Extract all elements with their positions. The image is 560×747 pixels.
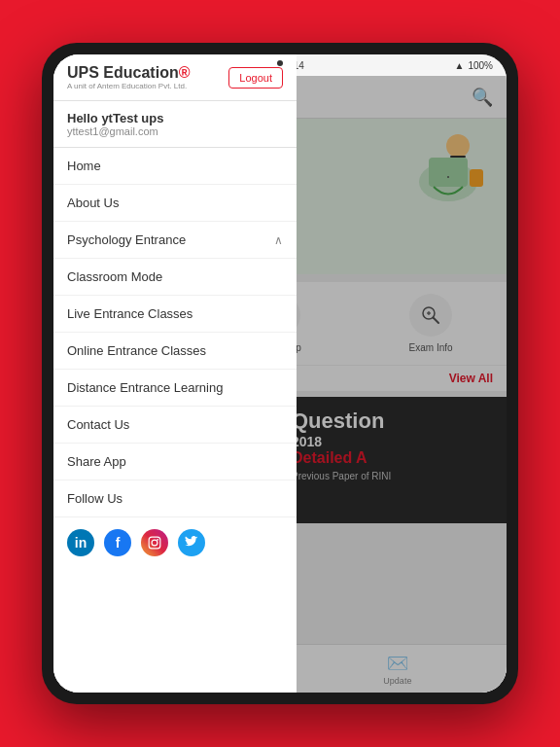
linkedin-button[interactable]: in [67, 529, 94, 556]
menu-home-label: Home [67, 159, 101, 173]
menu-distance-entrance[interactable]: Distance Entrance Learning [53, 370, 297, 407]
menu-online-entrance[interactable]: Online Entrance Classes [53, 333, 297, 370]
brand-block: UPS Education® A unit of Antem Education… [67, 64, 190, 90]
menu-home[interactable]: Home [53, 148, 297, 185]
menu-classroom-label: Classroom Mode [67, 269, 162, 284]
logout-button[interactable]: Logout [228, 67, 283, 89]
menu-psychology-entrance[interactable]: Psychology Entrance ∧ [53, 222, 297, 259]
wifi-icon: ▲ [455, 60, 465, 71]
menu-distance-label: Distance Entrance Learning [67, 380, 223, 395]
menu-contact[interactable]: Contact Us [53, 407, 297, 444]
tablet-frame: 4:44 AM Tue Sep 14 ▲ 100% 🔍 Psychology y… [42, 43, 518, 704]
svg-point-17 [157, 539, 158, 541]
twitter-button[interactable] [178, 529, 205, 556]
svg-point-16 [152, 540, 158, 546]
tablet-screen: 4:44 AM Tue Sep 14 ▲ 100% 🔍 Psychology y… [53, 54, 507, 693]
menu-follow-label: Follow Us [67, 491, 122, 506]
user-name: Hello ytTest ups [67, 111, 283, 125]
menu-live-entrance-label: Live Entrance Classes [67, 306, 192, 321]
user-email: yttest1@gmail.com [67, 125, 283, 137]
menu-psychology-arrow: ∧ [274, 233, 283, 247]
side-drawer: UPS Education® A unit of Antem Education… [53, 54, 297, 693]
menu-classroom-mode[interactable]: Classroom Mode [53, 259, 297, 296]
brand-tagline: A unit of Antem Education Pvt. Ltd. [67, 82, 190, 90]
status-indicators: ▲ 100% [455, 60, 493, 71]
svg-rect-15 [149, 537, 160, 549]
twitter-icon [185, 536, 198, 550]
menu-follow[interactable]: Follow Us [53, 480, 297, 517]
camera-notch [277, 60, 283, 66]
brand-registered: ® [179, 64, 191, 81]
menu-about-label: About Us [67, 196, 119, 210]
instagram-icon [148, 536, 161, 550]
drawer-header: UPS Education® A unit of Antem Education… [53, 54, 297, 101]
facebook-button[interactable]: f [104, 529, 131, 556]
menu-online-entrance-label: Online Entrance Classes [67, 343, 206, 358]
menu-psychology-label: Psychology Entrance [67, 232, 186, 247]
menu-share[interactable]: Share App [53, 444, 297, 480]
menu-share-label: Share App [67, 454, 126, 469]
menu-live-entrance[interactable]: Live Entrance Classes [53, 296, 297, 333]
brand-name: UPS Education® [67, 64, 190, 82]
battery-indicator: 100% [468, 60, 493, 71]
menu-contact-label: Contact Us [67, 417, 129, 432]
menu-about[interactable]: About Us [53, 185, 297, 222]
social-row: in f [53, 517, 297, 568]
user-section: Hello ytTest ups yttest1@gmail.com [53, 101, 297, 148]
instagram-button[interactable] [141, 529, 168, 556]
